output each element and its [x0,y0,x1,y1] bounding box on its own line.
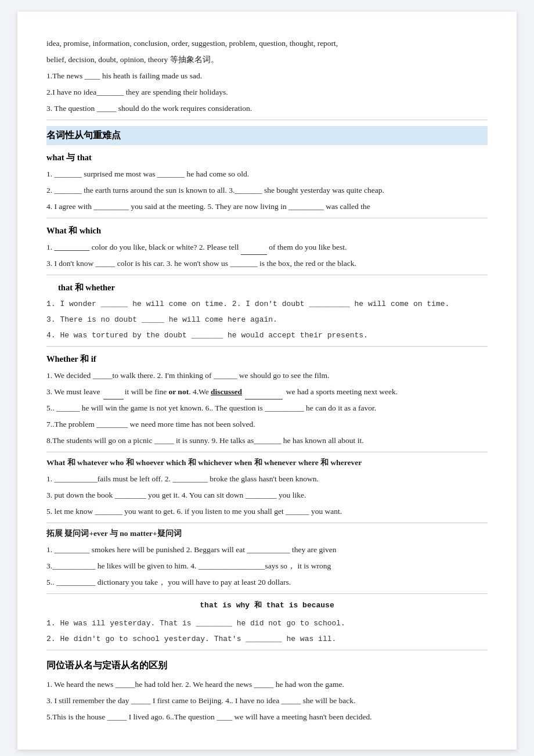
app-line2: 3. I still remember the day _____ I firs… [46,694,488,708]
wi-line3: 5.. ______ he will win the game is not y… [46,401,488,416]
wi-line2: 3. We must leave it will be fine or not.… [46,385,488,399]
what-that-header: what 与 that [46,150,488,165]
tw-line1: 1. I wonder ______ he will come on time.… [46,297,488,311]
divider-2 [46,218,488,218]
whether-if-header: Whether 和 if [46,351,488,366]
intro-ex1: 1.The news ____ his heath is failing mad… [46,69,488,84]
appositive-title: 同位语从名与定语从名的区别 [46,657,488,674]
tiw-line2: 2. He didn't go to school yesterday. Tha… [46,632,488,646]
divider-7 [46,593,488,594]
wt-line2: 2. _______ the earth turns around the su… [46,183,488,198]
that-whether-header: that 和 whether [58,280,488,295]
wv-line3: 5. let me know _______ you want to get. … [46,505,488,519]
app-line3: 5.This is the house _____ I lived ago. 6… [46,710,488,725]
tw-line3: 4. He was tortured by the doubt _______ … [46,329,488,343]
wi-line4: 7..The problem ________ we need more tim… [46,417,488,432]
extension-title: 拓展 疑问词+ever 与 no matter+疑问词 [46,527,488,541]
app-line1: 1. We heard the news _____he had told he… [46,678,488,692]
divider-5 [46,452,488,452]
what-which-header: What 和 which [46,223,488,238]
that-is-why-center: that is why 和 that is because [46,599,488,612]
intro-ex3: 3. The question _____ should do the work… [46,102,488,116]
tiw-line1: 1. He was ill yesterday. That is _______… [46,617,488,631]
ww-line1: 1. _________ color do you like, black or… [46,240,488,255]
divider-8 [46,650,488,650]
what-whatever-header: What 和 whatever who 和 whoever which 和 wh… [46,456,488,470]
intro-ex2: 2.I have no idea_______ they are spendin… [46,85,488,100]
wv-line2: 3. put down the book ________ you get it… [46,488,488,503]
ext-line1: 1. _________ smokes here will be punishe… [46,543,488,557]
section-zhongnan-title: 名词性从句重难点 [46,126,488,145]
divider-3 [46,275,488,275]
wt-line1: 1. _______ surprised me most was _______… [46,167,488,182]
divider-6 [46,523,488,523]
ext-line3: 5.. __________ dictionary you take， you … [46,575,488,590]
divider-4 [46,346,488,347]
intro-line1: idea, promise, information, conclusion, … [46,37,488,51]
ww-line2: 3. I don't know _____ color is his car. … [46,257,488,271]
wi-line5: 8.The students will go on a picnic _____… [46,434,488,448]
page: idea, promise, information, conclusion, … [17,12,517,750]
wi-line1: 1. We decided _____to walk there. 2. I'm… [46,369,488,383]
wt-line3: 4. I agree with _________ you said at th… [46,200,488,214]
tw-line2: 3. There is no doubt _____ he will come … [46,313,488,327]
divider-1 [46,120,488,120]
wv-line1: 1. ___________fails must be left off. 2.… [46,472,488,487]
intro-line2: belief, decision, doubt, opinion, theory… [46,53,488,67]
ext-line2: 3.___________ he likes will be given to … [46,559,488,574]
